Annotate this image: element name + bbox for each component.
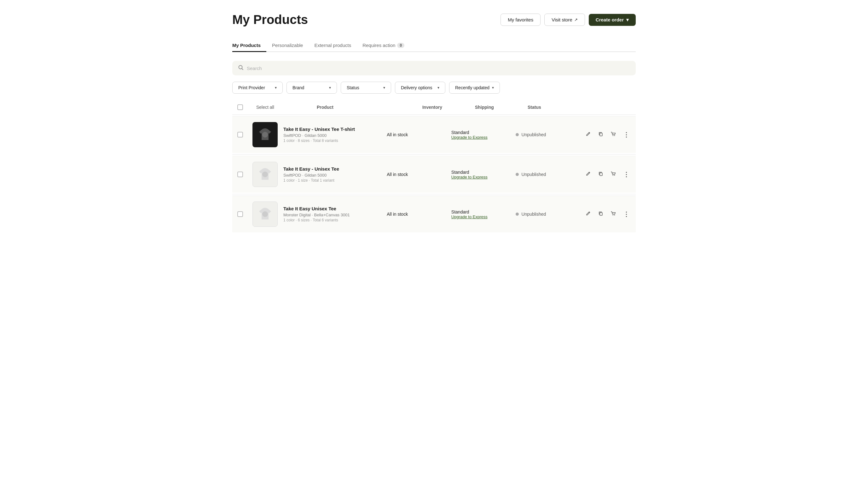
product-shipping: Standard Upgrade to Express [451,209,516,219]
product-actions: ⋮ [580,170,631,180]
product-variants: 1 color · 8 sizes · Total 8 variants [283,139,387,143]
select-all-label: Select all [256,105,288,110]
svg-rect-3 [600,133,602,136]
column-shipping: Shipping [475,105,494,110]
more-icon[interactable]: ⋮ [622,170,631,179]
product-status: Unpublished [516,172,580,177]
svg-point-9 [614,175,615,175]
product-variants: 1 color · 6 sizes · Total 6 variants [283,218,387,222]
table-row[interactable]: Take It Easy Unisex Tee Monster Digital … [232,196,636,232]
external-link-icon: ↗ [574,17,578,22]
print-provider-filter[interactable]: Print Provider ▾ [232,82,283,94]
product-image [252,162,278,187]
search-icon [238,65,244,72]
svg-rect-7 [600,173,602,176]
product-info: Take It Easy - Unisex Tee SwiftPOD · Gil… [283,166,387,183]
recently-updated-chevron-icon: ▾ [492,85,494,90]
product-status: Unpublished [516,212,580,217]
product-checkbox-0[interactable] [237,132,243,138]
copy-icon[interactable] [597,130,605,140]
status-dot [516,173,519,176]
svg-line-1 [242,69,243,70]
status-chevron-icon: ▾ [383,85,385,90]
product-status: Unpublished [516,132,580,137]
tabs-nav: My Products Personalizable External prod… [232,39,636,52]
requires-action-badge: 0 [397,43,404,48]
tab-my-products[interactable]: My Products [232,39,266,52]
status-label: Unpublished [521,172,546,177]
more-icon[interactable]: ⋮ [622,130,631,139]
copy-icon[interactable] [597,170,605,180]
shipping-upgrade-link[interactable]: Upgrade to Express [451,135,516,140]
search-input[interactable] [247,66,630,71]
header-actions: My favorites Visit store ↗ Create order … [500,14,636,26]
edit-icon[interactable] [584,170,592,180]
product-name: Take It Easy - Unisex Tee T-shirt [283,126,387,132]
product-shipping: Standard Upgrade to Express [451,170,516,180]
select-all-checkbox[interactable] [237,104,243,110]
my-favorites-button[interactable]: My favorites [500,14,541,26]
svg-point-4 [613,135,613,136]
filters-bar: Print Provider ▾ Brand ▾ Status ▾ Delive… [232,82,636,94]
more-icon[interactable]: ⋮ [622,210,631,218]
cart-icon[interactable] [609,209,617,219]
cart-icon[interactable] [609,130,617,140]
svg-point-5 [614,135,615,136]
product-info: Take It Easy - Unisex Tee T-shirt SwiftP… [283,126,387,143]
status-dot [516,213,519,216]
brand-filter[interactable]: Brand ▾ [286,82,337,94]
shipping-standard: Standard [451,130,516,135]
page-title: My Products [232,13,308,27]
product-image [252,122,278,147]
product-inventory: All in stock [387,172,451,177]
recently-updated-filter[interactable]: Recently updated ▾ [449,82,500,94]
visit-store-button[interactable]: Visit store ↗ [544,14,585,26]
product-meta: SwiftPOD · Gildan 5000 [283,133,387,138]
product-checkbox-2[interactable] [237,211,243,217]
shipping-standard: Standard [451,209,516,214]
product-meta: Monster Digital · Bella+Canvas 3001 [283,213,387,217]
table-row[interactable]: Take It Easy - Unisex Tee SwiftPOD · Gil… [232,156,636,193]
copy-icon[interactable] [597,209,605,219]
svg-point-13 [614,214,615,215]
page-header: My Products My favorites Visit store ↗ C… [232,13,636,27]
tab-requires-action[interactable]: Requires action 0 [357,39,410,52]
status-label: Unpublished [521,212,546,217]
edit-icon[interactable] [584,130,592,140]
edit-icon[interactable] [584,209,592,219]
shipping-standard: Standard [451,170,516,175]
table-header-row: Select all Product Inventory Shipping St… [232,101,636,113]
product-info: Take It Easy Unisex Tee Monster Digital … [283,206,387,222]
svg-rect-11 [600,213,602,215]
delivery-options-filter[interactable]: Delivery options ▾ [395,82,445,94]
status-label: Unpublished [521,132,546,137]
product-name: Take It Easy Unisex Tee [283,206,387,211]
search-bar [232,61,636,75]
tab-external-products[interactable]: External products [309,39,357,52]
status-filter[interactable]: Status ▾ [341,82,391,94]
table-row[interactable]: Take It Easy - Unisex Tee T-shirt SwiftP… [232,116,636,153]
status-dot [516,133,519,136]
cart-icon[interactable] [609,170,617,180]
svg-point-12 [613,214,613,215]
column-product: Product [317,105,334,110]
product-variants: 1 color · 1 size · Total 1 variant [283,178,387,183]
product-checkbox-1[interactable] [237,172,243,177]
product-list: Take It Easy - Unisex Tee T-shirt SwiftP… [232,116,636,232]
create-order-button[interactable]: Create order ▾ [589,14,636,26]
svg-point-2 [262,132,268,138]
product-name: Take It Easy - Unisex Tee [283,166,387,172]
create-order-chevron-icon: ▾ [626,17,629,23]
svg-point-8 [613,175,613,175]
svg-point-6 [262,172,268,177]
shipping-upgrade-link[interactable]: Upgrade to Express [451,214,516,219]
product-actions: ⋮ [580,130,631,140]
print-provider-chevron-icon: ▾ [275,85,277,90]
column-inventory: Inventory [422,105,442,110]
product-meta: SwiftPOD · Gildan 5000 [283,173,387,178]
tab-personalizable[interactable]: Personalizable [266,39,309,52]
shipping-upgrade-link[interactable]: Upgrade to Express [451,175,516,180]
column-status: Status [528,105,541,110]
product-inventory: All in stock [387,132,451,137]
brand-chevron-icon: ▾ [329,85,331,90]
